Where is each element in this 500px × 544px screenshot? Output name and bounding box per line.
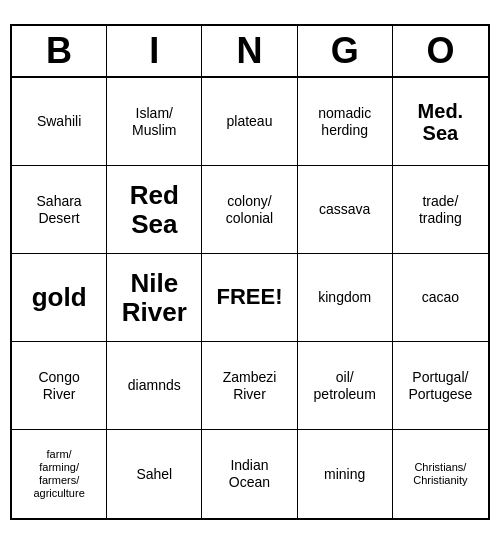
- bingo-cell-15: CongoRiver: [12, 342, 107, 430]
- bingo-grid: SwahiliIslam/Muslimplateaunomadicherding…: [12, 78, 488, 518]
- bingo-cell-1: Islam/Muslim: [107, 78, 202, 166]
- bingo-cell-18: oil/petroleum: [298, 342, 393, 430]
- bingo-cell-8: cassava: [298, 166, 393, 254]
- bingo-cell-0: Swahili: [12, 78, 107, 166]
- header-letter-n: N: [202, 26, 297, 76]
- bingo-cell-16: diamnds: [107, 342, 202, 430]
- bingo-cell-17: ZambeziRiver: [202, 342, 297, 430]
- header-letter-o: O: [393, 26, 488, 76]
- bingo-card: BINGO SwahiliIslam/Muslimplateaunomadich…: [10, 24, 490, 520]
- bingo-cell-24: Christians/Christianity: [393, 430, 488, 518]
- bingo-cell-3: nomadicherding: [298, 78, 393, 166]
- header-letter-g: G: [298, 26, 393, 76]
- header-letter-b: B: [12, 26, 107, 76]
- bingo-cell-11: NileRiver: [107, 254, 202, 342]
- bingo-cell-23: mining: [298, 430, 393, 518]
- bingo-cell-12: FREE!: [202, 254, 297, 342]
- bingo-cell-10: gold: [12, 254, 107, 342]
- bingo-cell-13: kingdom: [298, 254, 393, 342]
- bingo-cell-5: SaharaDesert: [12, 166, 107, 254]
- bingo-cell-14: cacao: [393, 254, 488, 342]
- bingo-header: BINGO: [12, 26, 488, 78]
- bingo-cell-7: colony/colonial: [202, 166, 297, 254]
- bingo-cell-6: RedSea: [107, 166, 202, 254]
- bingo-cell-9: trade/trading: [393, 166, 488, 254]
- bingo-cell-2: plateau: [202, 78, 297, 166]
- header-letter-i: I: [107, 26, 202, 76]
- bingo-cell-4: Med.Sea: [393, 78, 488, 166]
- bingo-cell-20: farm/farming/farmers/agriculture: [12, 430, 107, 518]
- bingo-cell-21: Sahel: [107, 430, 202, 518]
- bingo-cell-19: Portugal/Portugese: [393, 342, 488, 430]
- bingo-cell-22: IndianOcean: [202, 430, 297, 518]
